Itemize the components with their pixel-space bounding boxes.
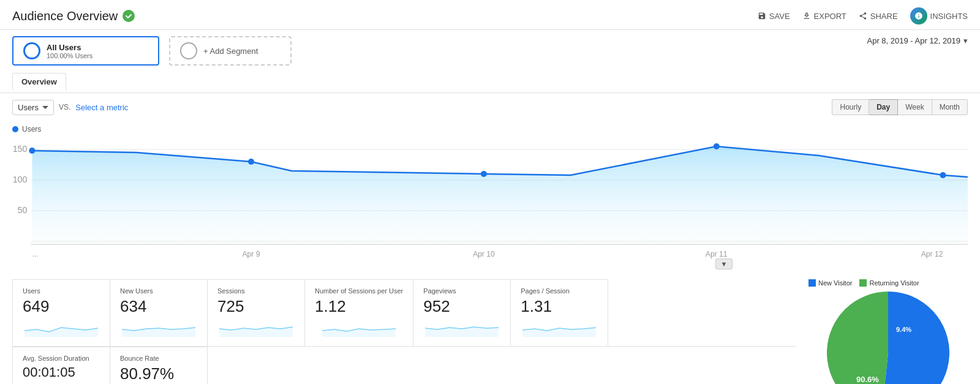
- returning-visitor-label: Returning Visitor: [869, 279, 919, 287]
- segments-bar: All Users 100.00% Users + Add Segment: [12, 36, 292, 66]
- add-segment-button[interactable]: + Add Segment: [169, 36, 292, 66]
- svg-text:50: 50: [18, 205, 28, 215]
- stat-sessions-label: Sessions: [217, 287, 295, 295]
- stat-new-users-chart: [120, 318, 197, 337]
- stat-new-users-label: New Users: [120, 287, 197, 295]
- share-button[interactable]: SHARE: [859, 12, 898, 21]
- chart-wrapper: 150 100 50 ... Apr 9 Apr 10 Apr 11 Apr 1…: [12, 137, 968, 269]
- segment-info: All Users 100.00% Users: [47, 43, 92, 59]
- svg-text:100: 100: [13, 175, 28, 184]
- date-range-label: Apr 8, 2019 - Apr 12, 2019: [867, 36, 961, 45]
- new-visitor-color: [809, 279, 816, 287]
- date-range-arrow: ▾: [963, 36, 968, 45]
- stats-section: Users 649 New Users 634 Sessions 725: [0, 269, 980, 384]
- date-range-selector[interactable]: Apr 8, 2019 - Apr 12, 2019 ▾: [867, 36, 968, 45]
- pie-chart-container: 9.4% 90.6%: [809, 292, 968, 384]
- stat-pageviews-value: 952: [423, 297, 500, 316]
- insights-button[interactable]: INSIGHTS: [910, 7, 968, 24]
- new-visitor-label: New Visitor: [818, 279, 852, 287]
- hourly-button[interactable]: Hourly: [832, 99, 869, 115]
- svg-text:Apr 9: Apr 9: [242, 250, 260, 258]
- day-button[interactable]: Day: [869, 99, 898, 115]
- verified-badge: [123, 10, 135, 22]
- stats-row-1: Users 649 New Users 634 Sessions 725: [12, 279, 796, 347]
- header: Audience Overview SAVE EXPORT SHARE INSI…: [0, 0, 980, 30]
- legend-dot: [12, 126, 18, 132]
- stat-avg-duration: Avg. Session Duration 00:01:05: [12, 347, 110, 384]
- insights-label: INSIGHTS: [930, 12, 968, 21]
- stat-bounce-label: Bounce Rate: [120, 355, 197, 362]
- stat-pps-chart: [521, 318, 598, 337]
- stat-sessions-per-user-value: 1.12: [315, 297, 403, 316]
- stat-users-label: Users: [23, 287, 100, 295]
- page-title: Audience Overview: [12, 9, 135, 23]
- stat-sessions: Sessions 725: [207, 279, 305, 347]
- pie-legend: New Visitor Returning Visitor: [809, 279, 968, 287]
- add-segment-label: + Add Segment: [203, 47, 258, 56]
- tab-overview-label: Overview: [21, 77, 57, 86]
- stat-users-value: 649: [23, 297, 100, 316]
- chart-point: [29, 148, 35, 154]
- svg-text:150: 150: [13, 144, 28, 154]
- save-button[interactable]: SAVE: [758, 12, 790, 21]
- stat-pageviews-label: Pageviews: [423, 287, 500, 295]
- metric-label: Users: [18, 103, 39, 112]
- new-visitor-pct: 9.4%: [896, 326, 911, 333]
- stat-bounce-rate: Bounce Rate 80.97%: [110, 347, 208, 384]
- export-button[interactable]: EXPORT: [802, 12, 846, 21]
- dropdown-arrow-icon: [42, 106, 48, 109]
- apr10-selector[interactable]: ▼: [715, 258, 733, 269]
- save-label: SAVE: [769, 12, 790, 21]
- metric-selector: Users VS. Select a metric: [12, 100, 128, 115]
- tab-bar: Overview: [0, 69, 980, 93]
- add-circle: [180, 42, 197, 59]
- stats-row-2: Avg. Session Duration 00:01:05 Bounce Ra…: [12, 347, 796, 384]
- segment-name: All Users: [47, 43, 92, 52]
- stat-new-users-value: 634: [120, 297, 197, 316]
- stat-pages-per-session: Pages / Session 1.31: [510, 279, 608, 347]
- controls-row: Users VS. Select a metric Hourly Day Wee…: [0, 93, 980, 119]
- chart-point: [940, 172, 946, 178]
- metric-dropdown[interactable]: Users: [12, 100, 54, 115]
- pie-chart-svg: [827, 292, 949, 384]
- chart-fill: [32, 146, 968, 244]
- svg-text:Apr 12: Apr 12: [921, 250, 943, 258]
- stat-users-chart: [23, 318, 100, 337]
- stat-avg-duration-value: 00:01:05: [23, 364, 100, 380]
- select-metric-link[interactable]: Select a metric: [75, 103, 128, 112]
- stat-new-users: New Users 634: [110, 279, 208, 347]
- month-button[interactable]: Month: [932, 99, 968, 115]
- segment-circle: [23, 42, 40, 59]
- stats-left: Users 649 New Users 634 Sessions 725: [12, 279, 796, 384]
- stat-sessions-per-user-label: Number of Sessions per User: [315, 287, 403, 295]
- chart-area: Users 150 100 50 ... Apr 9 Apr 10 Apr 11…: [0, 119, 980, 269]
- insights-icon: [910, 7, 927, 24]
- stat-avg-duration-label: Avg. Session Duration: [23, 355, 100, 362]
- chart-point: [248, 159, 254, 165]
- chart-svg: 150 100 50 ... Apr 9 Apr 10 Apr 11 Apr 1…: [12, 137, 968, 260]
- stat-pps-value: 1.31: [521, 297, 598, 316]
- svg-text:Apr 11: Apr 11: [706, 250, 728, 258]
- stat-bounce-value: 80.97%: [120, 364, 197, 383]
- tab-overview[interactable]: Overview: [12, 73, 66, 90]
- pie-legend-new: New Visitor: [809, 279, 852, 287]
- chart-date-selector[interactable]: ▼: [12, 258, 968, 269]
- chart-legend-label: Users: [22, 125, 41, 134]
- share-label: SHARE: [870, 12, 898, 21]
- svg-text:...: ...: [32, 250, 38, 258]
- all-users-segment[interactable]: All Users 100.00% Users: [12, 36, 159, 66]
- apr10-label: ▼: [721, 260, 728, 268]
- title-text: Audience Overview: [12, 9, 118, 23]
- chart-point: [481, 171, 487, 177]
- pie-legend-returning: Returning Visitor: [859, 279, 919, 287]
- stat-spu-chart: [315, 318, 403, 337]
- stat-pageviews: Pageviews 952: [413, 279, 511, 347]
- svg-text:Apr 10: Apr 10: [473, 250, 495, 258]
- stat-pps-label: Pages / Session: [521, 287, 598, 295]
- stat-sessions-chart: [217, 318, 295, 337]
- stat-pageviews-chart: [423, 318, 500, 337]
- header-actions: SAVE EXPORT SHARE INSIGHTS: [758, 7, 968, 24]
- stat-users: Users 649: [12, 279, 110, 347]
- returning-visitor-pct: 90.6%: [856, 375, 879, 384]
- week-button[interactable]: Week: [898, 99, 932, 115]
